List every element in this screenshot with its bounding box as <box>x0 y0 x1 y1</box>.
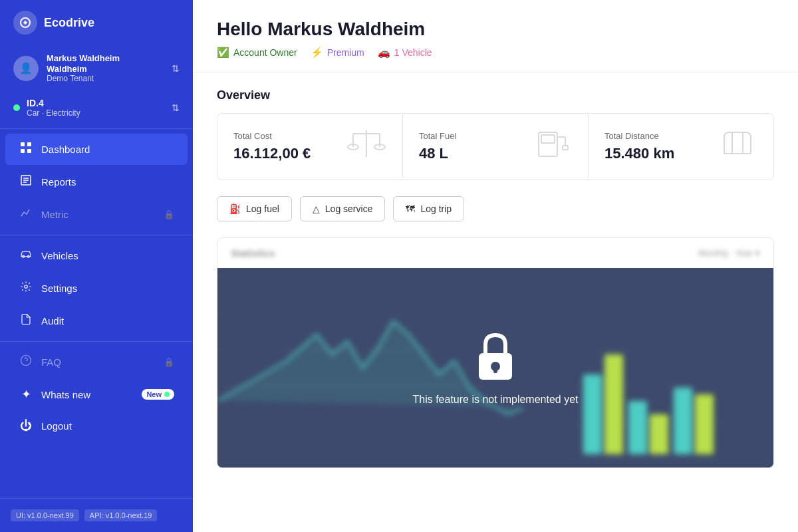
reports-label: Reports <box>41 176 76 188</box>
overview-title: Overview <box>217 88 774 102</box>
page-title: Hello Markus Waldheim <box>217 19 774 40</box>
stat-total-distance: Total Distance 15.480 km <box>589 114 773 180</box>
premium-tag: ⚡ Premium <box>311 47 364 59</box>
vehicles-label: Vehicles <box>41 250 78 261</box>
settings-icon <box>19 281 33 296</box>
reports-icon <box>19 174 33 190</box>
user-profile[interactable]: 👤 Markus Waldheim Waldheim Demo Tenant ⇅ <box>0 45 193 91</box>
metric-lock-icon: 🔒 <box>164 209 174 219</box>
badge-dot <box>164 392 170 397</box>
svg-point-12 <box>21 356 31 366</box>
audit-icon <box>19 313 33 329</box>
sidebar-item-vehicles[interactable]: Vehicles <box>5 240 188 271</box>
log-service-button[interactable]: △ Log service <box>300 196 386 221</box>
lock-overlay: This feature is not implemented yet <box>217 268 773 467</box>
chart-section: Statistics Monthly · Year ▾ <box>217 237 774 468</box>
log-service-icon: △ <box>313 203 320 214</box>
vehicles-icon <box>19 248 33 263</box>
chevron-icon: ⇅ <box>172 63 180 74</box>
stat-total-fuel: Total Fuel 48 L <box>403 114 589 180</box>
stat-fuel-info: Total Fuel 48 L <box>419 131 456 162</box>
lock-message: This feature is not implemented yet <box>412 394 578 406</box>
settings-label: Settings <box>41 283 77 294</box>
stat-fuel-label: Total Fuel <box>419 131 456 141</box>
user-name: Markus Waldheim Waldheim <box>47 53 164 74</box>
vehicle-status-dot <box>13 104 20 111</box>
vehicle-name: ID.4 <box>27 98 165 108</box>
svg-rect-21 <box>541 135 555 143</box>
stat-distance-value: 15.480 km <box>604 145 674 162</box>
log-trip-button[interactable]: 🗺 Log trip <box>393 196 464 221</box>
sidebar-item-logout[interactable]: ⏻ Logout <box>5 411 188 441</box>
divider-1 <box>0 128 193 129</box>
vehicle-tag: 🚗 1 Vehicle <box>378 47 432 59</box>
sidebar-item-audit[interactable]: Audit <box>5 305 188 336</box>
checkmark-icon: ✅ <box>217 47 229 59</box>
versions: UI: v1.0.0-next.99 API: v1.0.0-next.19 <box>0 504 193 527</box>
logo-icon <box>13 11 37 35</box>
account-owner-tag: ✅ Account Owner <box>217 47 297 59</box>
app-logo: Ecodrive <box>0 0 193 45</box>
user-info: Markus Waldheim Waldheim Demo Tenant <box>47 53 164 83</box>
logout-label: Logout <box>41 420 72 432</box>
dashboard-icon <box>19 142 33 157</box>
sidebar-item-whatsnew[interactable]: ✦ Whats new New <box>5 379 188 410</box>
logout-icon: ⏻ <box>19 419 33 433</box>
car-icon: 🚗 <box>378 47 390 59</box>
log-fuel-button[interactable]: ⛽ Log fuel <box>217 196 292 221</box>
stat-total-cost: Total Cost 16.112,00 € <box>217 114 403 180</box>
stat-fuel-value: 48 L <box>419 145 456 162</box>
main-content: Hello Markus Waldheim ✅ Account Owner ⚡ … <box>193 0 798 532</box>
faq-label: FAQ <box>41 356 61 368</box>
stats-row: Total Cost 16.112,00 € Total <box>217 113 774 180</box>
stat-distance-label: Total Distance <box>604 131 674 141</box>
faq-icon <box>19 354 33 370</box>
main-body: Overview Total Cost 16.112,00 € <box>193 72 798 532</box>
log-trip-icon: 🗺 <box>406 203 415 214</box>
svg-rect-2 <box>27 142 31 146</box>
svg-rect-24 <box>563 146 568 150</box>
chart-header: Statistics Monthly · Year ▾ <box>217 238 773 268</box>
svg-rect-1 <box>21 142 25 146</box>
log-fuel-icon: ⛽ <box>229 203 241 214</box>
page-header: Hello Markus Waldheim ✅ Account Owner ⚡ … <box>193 0 798 72</box>
sidebar-item-dashboard[interactable]: Dashboard <box>5 134 188 165</box>
chart-controls: Monthly · Year ▾ <box>698 248 760 258</box>
sidebar: Ecodrive 👤 Markus Waldheim Waldheim Demo… <box>0 0 193 532</box>
vehicle-sub: Car · Electricity <box>27 108 165 118</box>
sidebar-item-reports[interactable]: Reports <box>5 166 188 198</box>
premium-icon: ⚡ <box>311 47 323 59</box>
faq-lock-icon: 🔒 <box>164 357 174 367</box>
stat-cost-value: 16.112,00 € <box>233 145 311 162</box>
dashboard-label: Dashboard <box>41 144 90 155</box>
divider-3 <box>0 341 193 342</box>
stat-distance-info: Total Distance 15.480 km <box>604 131 674 162</box>
sidebar-footer: UI: v1.0.0-next.99 API: v1.0.0-next.19 <box>0 498 193 532</box>
vehicle-chevron-icon: ⇅ <box>172 102 180 113</box>
metric-icon <box>19 207 33 222</box>
whatsnew-label: Whats new <box>41 389 90 400</box>
whatsnew-icon: ✦ <box>19 387 33 402</box>
chart-title: Statistics <box>231 247 275 259</box>
sidebar-item-faq: FAQ 🔒 <box>5 346 188 378</box>
stat-cost-info: Total Cost 16.112,00 € <box>233 131 311 162</box>
avatar: 👤 <box>13 56 39 81</box>
vehicle-info: ID.4 Car · Electricity <box>27 98 165 118</box>
svg-rect-3 <box>21 149 25 153</box>
stat-cost-label: Total Cost <box>233 131 311 141</box>
svg-rect-30 <box>493 366 497 373</box>
api-version: API: v1.0.0-next.19 <box>84 509 158 521</box>
sidebar-item-metric: Metric 🔒 <box>5 199 188 230</box>
lock-svg <box>472 330 519 383</box>
user-tenant: Demo Tenant <box>47 74 164 83</box>
app-name: Ecodrive <box>44 16 94 30</box>
ui-version: UI: v1.0.0-next.99 <box>11 509 79 521</box>
metric-label: Metric <box>41 209 68 220</box>
vehicle-selector[interactable]: ID.4 Car · Electricity ⇅ <box>0 91 193 124</box>
sidebar-item-settings[interactable]: Settings <box>5 273 188 304</box>
new-badge: New <box>142 389 174 400</box>
audit-label: Audit <box>41 315 64 327</box>
svg-rect-4 <box>27 149 31 153</box>
distance-icon <box>718 127 757 166</box>
scales-icon <box>346 127 386 166</box>
